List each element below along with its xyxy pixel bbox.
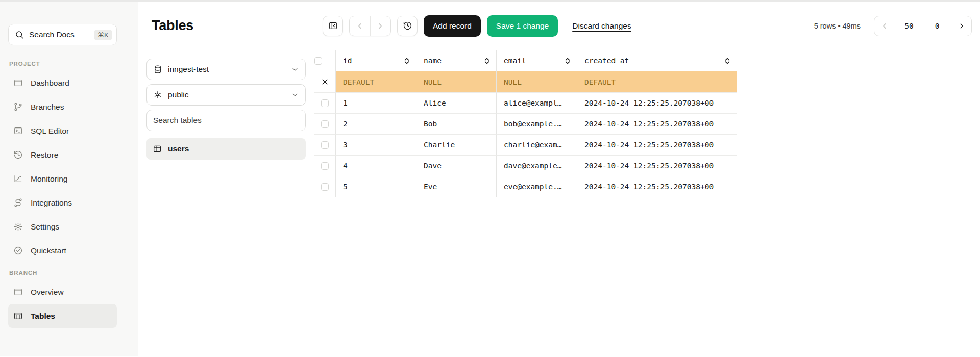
history-button[interactable] (397, 16, 418, 36)
sidebar-item-label: Monitoring (31, 174, 67, 184)
tables-panel: Tables inngest-test public users (138, 2, 314, 356)
column-header-id[interactable]: id (336, 50, 416, 71)
sort-icon[interactable] (565, 58, 571, 64)
pending-cell-email[interactable]: NULL (497, 71, 577, 93)
search-tables-input[interactable] (146, 110, 306, 131)
page-offset-value[interactable]: 0 (923, 16, 951, 36)
cell-created_at[interactable]: 2024-10-24 12:25:25.207038+00 (577, 114, 737, 135)
cell-name[interactable]: Charlie (416, 135, 497, 156)
sidebar-item-settings[interactable]: Settings (8, 215, 117, 239)
restore-icon (13, 150, 23, 160)
integrations-icon (13, 198, 23, 208)
column-header-created_at[interactable]: created_at (577, 50, 737, 71)
sidebar-item-label: Quickstart (31, 246, 66, 256)
sidebar-item-dashboard[interactable]: Dashboard (8, 71, 117, 95)
sidebar-item-label: Tables (31, 312, 55, 321)
column-header-name[interactable]: name (416, 50, 497, 71)
cell-created_at[interactable]: 2024-10-24 12:25:25.207038+00 (577, 135, 737, 156)
database-selected-value: inngest-test (168, 65, 285, 74)
table-row: 2Bobbob@example.…2024-10-24 12:25:25.207… (314, 114, 737, 135)
undo-back-button[interactable] (350, 16, 370, 36)
settings-icon (13, 222, 23, 232)
row-checkbox[interactable] (321, 141, 329, 149)
query-stats: 5 rows • 49ms (814, 22, 861, 30)
page-prev-button[interactable] (874, 16, 895, 36)
sidebar-item-tables[interactable]: Tables (8, 304, 117, 328)
app-root: Search Docs ⌘K PROJECTDashboardBranchesS… (0, 2, 980, 356)
sidebar-item-overview[interactable]: Overview (8, 280, 117, 304)
history-nav-group (349, 16, 391, 36)
pending-cell-id[interactable]: DEFAULT (336, 71, 416, 93)
tables-panel-controls: inngest-test public users (138, 50, 314, 168)
sort-icon[interactable] (724, 58, 730, 64)
row-select-cell (314, 176, 336, 197)
remove-pending-row-cell (314, 71, 336, 93)
table-name-label: users (168, 144, 189, 154)
row-checkbox[interactable] (321, 162, 329, 170)
page-next-button[interactable] (951, 16, 971, 36)
schema-selector[interactable]: public (146, 84, 306, 106)
row-checkbox[interactable] (321, 183, 329, 191)
select-all-checkbox[interactable] (314, 57, 322, 65)
sort-icon[interactable] (404, 58, 410, 64)
cell-id[interactable]: 4 (336, 156, 416, 176)
close-icon[interactable] (321, 78, 329, 86)
database-selector[interactable]: inngest-test (146, 59, 306, 80)
discard-changes-link[interactable]: Discard changes (572, 21, 631, 31)
sidebar-item-restore[interactable]: Restore (8, 143, 117, 167)
cell-id[interactable]: 5 (336, 176, 416, 197)
cell-created_at[interactable]: 2024-10-24 12:25:25.207038+00 (577, 156, 737, 176)
search-shortcut-badge: ⌘K (94, 30, 112, 40)
cell-id[interactable]: 3 (336, 135, 416, 156)
cell-name[interactable]: Dave (416, 156, 497, 176)
table-list-item-users[interactable]: users (146, 138, 306, 160)
page-size-value[interactable]: 50 (895, 16, 923, 36)
cell-id[interactable]: 1 (336, 93, 416, 114)
tables-panel-header: Tables (138, 2, 314, 50)
sidebar-sections: PROJECTDashboardBranchesSQL EditorRestor… (8, 61, 138, 328)
cell-email[interactable]: bob@example.… (497, 114, 577, 135)
cell-email[interactable]: eve@example.… (497, 176, 577, 197)
sidebar-item-integrations[interactable]: Integrations (8, 191, 117, 215)
cell-name[interactable]: Eve (416, 176, 497, 197)
panel-collapse-icon (328, 21, 338, 31)
sidebar-item-label: Restore (31, 150, 58, 160)
search-docs-button[interactable]: Search Docs ⌘K (8, 24, 117, 45)
sidebar-item-label: SQL Editor (31, 126, 69, 136)
collapse-panel-button[interactable] (323, 16, 343, 36)
search-icon (15, 30, 24, 39)
cell-email[interactable]: dave@example… (497, 156, 577, 176)
monitoring-icon (13, 174, 23, 184)
table-row: 5Eveeve@example.…2024-10-24 12:25:25.207… (314, 176, 737, 197)
pending-cell-created_at[interactable]: DEFAULT (577, 71, 737, 93)
branches-icon (13, 102, 23, 112)
cell-name[interactable]: Bob (416, 114, 497, 135)
cell-id[interactable]: 2 (336, 114, 416, 135)
table-grid-icon (153, 144, 162, 154)
table-list: users (146, 138, 306, 160)
main-panel: Add record Save 1 change Discard changes… (314, 2, 980, 356)
sidebar-item-sql-editor[interactable]: SQL Editor (8, 119, 117, 143)
sidebar-item-label: Settings (31, 222, 59, 232)
save-changes-button[interactable]: Save 1 change (487, 15, 558, 37)
row-checkbox[interactable] (321, 120, 329, 128)
sort-icon[interactable] (484, 58, 490, 64)
cell-created_at[interactable]: 2024-10-24 12:25:25.207038+00 (577, 93, 737, 114)
section-label-project: PROJECT (9, 61, 138, 67)
cell-created_at[interactable]: 2024-10-24 12:25:25.207038+00 (577, 176, 737, 197)
redo-forward-button[interactable] (370, 16, 391, 36)
schema-icon (153, 90, 162, 99)
cell-name[interactable]: Alice (416, 93, 497, 114)
sidebar-item-label: Integrations (31, 198, 72, 208)
sidebar-item-quickstart[interactable]: Quickstart (8, 239, 117, 263)
cell-email[interactable]: charlie@exam… (497, 135, 577, 156)
sidebar-item-monitoring[interactable]: Monitoring (8, 167, 117, 191)
cell-email[interactable]: alice@exampl… (497, 93, 577, 114)
page-title: Tables (152, 18, 193, 34)
add-record-button[interactable]: Add record (424, 15, 481, 37)
row-checkbox[interactable] (321, 99, 329, 107)
column-header-email[interactable]: email (497, 50, 577, 71)
sidebar-item-branches[interactable]: Branches (8, 95, 117, 119)
pending-new-row: DEFAULTNULLNULLDEFAULT (314, 71, 737, 93)
pending-cell-name[interactable]: NULL (416, 71, 497, 93)
